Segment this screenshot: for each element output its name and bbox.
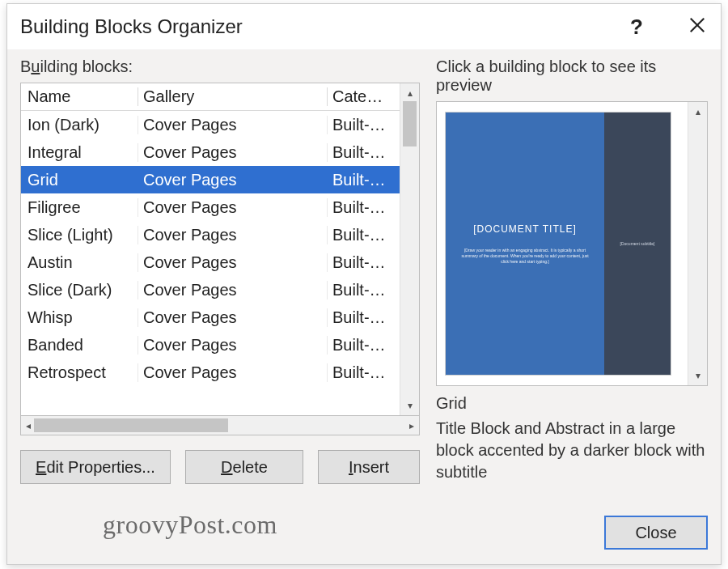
right-panel: Click a building block to see its previe… <box>436 53 708 554</box>
close-button[interactable]: Close <box>604 516 708 550</box>
cell-category: Built-… <box>327 363 396 382</box>
preview-subtitle-block: [Document subtitle] <box>604 113 671 375</box>
dialog-body: Building blocks: Name Gallery Cate… Ion … <box>7 49 721 564</box>
insert-button[interactable]: Insert <box>318 450 420 484</box>
table-row[interactable]: WhispCover PagesBuilt-… <box>21 304 400 331</box>
preview-scroll-up-icon[interactable]: ▴ <box>696 107 700 117</box>
cell-name: Ion (Dark) <box>24 116 138 134</box>
table-row[interactable]: AustinCover PagesBuilt-… <box>21 248 400 276</box>
cell-gallery: Cover Pages <box>138 281 327 299</box>
preview-doc-title: [DOCUMENT TITLE] <box>473 223 577 235</box>
hscroll-track[interactable] <box>34 416 406 435</box>
preview-label: Click a building block to see its previe… <box>436 53 708 101</box>
table-row[interactable]: Slice (Light)Cover PagesBuilt-… <box>21 221 400 248</box>
cell-category: Built-… <box>327 308 396 327</box>
column-header-name[interactable]: Name <box>24 87 138 106</box>
building-blocks-label: Building blocks: <box>20 53 420 83</box>
left-panel: Building blocks: Name Gallery Cate… Ion … <box>20 53 420 554</box>
watermark: groovyPost.com <box>103 510 277 540</box>
cell-category: Built-… <box>327 336 396 355</box>
list-horizontal-scrollbar[interactable]: ◂ ▸ <box>20 416 420 435</box>
cell-gallery: Cover Pages <box>138 226 327 244</box>
column-header-category[interactable]: Cate… <box>327 87 396 106</box>
table-row[interactable]: GridCover PagesBuilt-… <box>21 166 400 193</box>
cell-name: Slice (Dark) <box>24 281 138 299</box>
preview-subtitle: [Document subtitle] <box>620 241 655 246</box>
window-controls: ? <box>630 15 706 40</box>
cell-name: Retrospect <box>24 363 138 382</box>
edit-properties-button[interactable]: Edit Properties... <box>20 450 171 484</box>
preview-selected-description: Title Block and Abstract in a large bloc… <box>436 418 708 483</box>
scroll-up-icon[interactable]: ▴ <box>408 88 413 98</box>
cell-gallery: Cover Pages <box>138 143 327 162</box>
cell-name: Filigree <box>24 198 138 217</box>
table-row[interactable]: Slice (Dark)Cover PagesBuilt-… <box>21 276 400 304</box>
preview-selected-name: Grid <box>436 394 708 413</box>
scroll-thumb[interactable] <box>403 101 417 146</box>
delete-button[interactable]: Delete <box>185 450 303 484</box>
preview-area: [DOCUMENT TITLE] [Draw your reader in wi… <box>437 102 688 385</box>
list-header-row[interactable]: Name Gallery Cate… <box>21 83 400 111</box>
cell-name: Austin <box>24 253 138 272</box>
preview-scroll-down-icon[interactable]: ▾ <box>696 371 700 380</box>
scroll-right-icon[interactable]: ▸ <box>409 420 414 431</box>
table-row[interactable]: BandedCover PagesBuilt-… <box>21 331 400 359</box>
preview-title-block: [DOCUMENT TITLE] [Draw your reader in wi… <box>446 113 604 375</box>
table-row[interactable]: Ion (Dark)Cover PagesBuilt-… <box>21 111 400 138</box>
preview-vertical-scrollbar[interactable]: ▴ ▾ <box>688 102 707 385</box>
cell-category: Built-… <box>327 281 396 299</box>
hscroll-thumb[interactable] <box>34 418 228 432</box>
cell-category: Built-… <box>327 171 396 189</box>
preview-page: [DOCUMENT TITLE] [Draw your reader in wi… <box>445 112 671 376</box>
list-vertical-scrollbar[interactable]: ▴ ▾ <box>400 83 419 415</box>
table-row[interactable]: FiligreeCover PagesBuilt-… <box>21 193 400 221</box>
building-blocks-list[interactable]: Name Gallery Cate… Ion (Dark)Cover Pages… <box>20 83 420 416</box>
table-row[interactable]: IntegralCover PagesBuilt-… <box>21 138 400 166</box>
help-button[interactable]: ? <box>630 15 643 40</box>
cell-category: Built-… <box>327 253 396 272</box>
column-header-gallery[interactable]: Gallery <box>138 87 327 106</box>
cell-gallery: Cover Pages <box>138 198 327 217</box>
titlebar: Building Blocks Organizer ? <box>7 4 721 49</box>
cell-category: Built-… <box>327 198 396 217</box>
preview-abstract: [Draw your reader in with an engaging ab… <box>457 248 593 265</box>
scroll-down-icon[interactable]: ▾ <box>408 401 413 410</box>
cell-gallery: Cover Pages <box>138 253 327 272</box>
cell-name: Grid <box>24 171 138 189</box>
dialog-title: Building Blocks Organizer <box>20 15 243 38</box>
scroll-left-icon[interactable]: ◂ <box>26 420 31 431</box>
list-table: Name Gallery Cate… Ion (Dark)Cover Pages… <box>21 83 400 415</box>
cell-category: Built-… <box>327 143 396 162</box>
cell-category: Built-… <box>327 116 396 134</box>
close-icon[interactable] <box>688 15 706 40</box>
cell-name: Integral <box>24 143 138 162</box>
cell-name: Slice (Light) <box>24 226 138 244</box>
preview-pane: [DOCUMENT TITLE] [Draw your reader in wi… <box>436 101 708 386</box>
cell-gallery: Cover Pages <box>138 363 327 382</box>
cell-gallery: Cover Pages <box>138 116 327 134</box>
cell-category: Built-… <box>327 226 396 244</box>
dialog-building-blocks-organizer: Building Blocks Organizer ? Building blo… <box>6 3 722 565</box>
cell-gallery: Cover Pages <box>138 308 327 327</box>
scroll-track[interactable] <box>400 101 419 397</box>
cell-gallery: Cover Pages <box>138 171 327 189</box>
table-row[interactable]: RetrospectCover PagesBuilt-… <box>21 359 400 386</box>
cell-gallery: Cover Pages <box>138 336 327 355</box>
left-button-row: Edit Properties... Delete Insert <box>20 450 420 484</box>
close-button-row: Close <box>436 516 708 554</box>
cell-name: Banded <box>24 336 138 355</box>
cell-name: Whisp <box>24 308 138 327</box>
